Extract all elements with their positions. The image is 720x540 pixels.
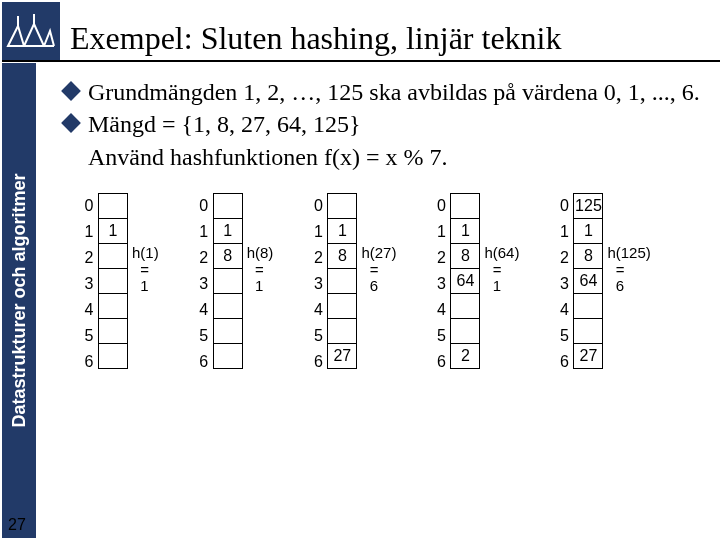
hash-annotation: h(27) = 6: [361, 193, 396, 295]
hash-cell: [450, 293, 480, 319]
hash-cell: [327, 293, 357, 319]
bullet-1: Grundmängden 1, 2, …, 125 ska avbildas p…: [60, 76, 710, 108]
hash-cell: [573, 318, 603, 344]
hash-tables: 01234561h(1) = 1012345618h(8) = 10123456…: [80, 193, 710, 375]
index-label: 6: [309, 349, 327, 375]
hash-cell: 8: [450, 243, 480, 269]
hash-cell: 2: [450, 343, 480, 369]
hash-table-4: 0123456125186427h(125) = 6: [555, 193, 650, 375]
hash-table-2: 01234561827h(27) = 6: [309, 193, 396, 375]
hash-cell: 64: [573, 268, 603, 294]
hash-cell: [573, 293, 603, 319]
hash-cell: 1: [327, 218, 357, 244]
hash-annotation: h(125) = 6: [607, 193, 650, 295]
slide-title: Exempel: Sluten hashing, linjär teknik: [70, 22, 561, 60]
index-label: 0: [555, 193, 573, 219]
hash-cell: [98, 293, 128, 319]
slide-number: 27: [8, 516, 26, 534]
index-label: 2: [555, 245, 573, 271]
index-label: 4: [432, 297, 450, 323]
index-label: 3: [309, 271, 327, 297]
index-label: 1: [432, 219, 450, 245]
index-label: 3: [80, 271, 98, 297]
index-label: 1: [555, 219, 573, 245]
index-label: 6: [432, 349, 450, 375]
hash-cell: 1: [98, 218, 128, 244]
index-label: 3: [432, 271, 450, 297]
hash-cell: [327, 193, 357, 219]
title-underline: [2, 60, 720, 62]
index-label: 5: [309, 323, 327, 349]
index-label: 4: [195, 297, 213, 323]
index-label: 2: [309, 245, 327, 271]
sidebar-label: Datastrukturer och algoritmer: [9, 173, 30, 427]
index-label: 3: [555, 271, 573, 297]
index-label: 5: [555, 323, 573, 349]
hash-cell: [213, 343, 243, 369]
hash-annotation: h(1) = 1: [132, 193, 159, 295]
hash-cell: 8: [573, 243, 603, 269]
index-label: 0: [432, 193, 450, 219]
index-label: 0: [309, 193, 327, 219]
index-label: 4: [80, 297, 98, 323]
index-label: 1: [195, 219, 213, 245]
hash-cell: [98, 318, 128, 344]
index-label: 4: [309, 297, 327, 323]
hash-cell: [98, 268, 128, 294]
hash-table-3: 012345618642h(64) = 1: [432, 193, 519, 375]
index-label: 1: [80, 219, 98, 245]
hash-cell: 8: [327, 243, 357, 269]
bullet-2-text: = {1, 8, 27, 64, 125}: [156, 111, 361, 137]
index-label: 5: [80, 323, 98, 349]
index-label: 5: [195, 323, 213, 349]
hash-cell: 27: [573, 343, 603, 369]
hash-cell: [98, 243, 128, 269]
hash-cell: 1: [213, 218, 243, 244]
index-label: 5: [432, 323, 450, 349]
hash-cell: [98, 343, 128, 369]
index-label: 6: [80, 349, 98, 375]
logo-icon: [2, 2, 60, 60]
bullet-icon: [61, 113, 81, 133]
bullet-icon: [61, 81, 81, 101]
bullet-1-text: 1, 2, …, 125 ska avbildas på värdena 0, …: [237, 79, 700, 105]
bullet-3: Använd hashfunktionen f(x) = x % 7.: [60, 141, 710, 173]
hash-annotation: h(8) = 1: [247, 193, 274, 295]
hash-cell: [327, 268, 357, 294]
hash-cell: [450, 318, 480, 344]
index-label: 0: [195, 193, 213, 219]
index-label: 2: [80, 245, 98, 271]
slide-content: Grundmängden 1, 2, …, 125 ska avbildas p…: [60, 76, 710, 375]
index-label: 2: [195, 245, 213, 271]
hash-cell: [213, 293, 243, 319]
hash-cell: 1: [450, 218, 480, 244]
sidebar: Datastrukturer och algoritmer: [2, 63, 36, 538]
hash-cell: [327, 318, 357, 344]
hash-table-1: 012345618h(8) = 1: [195, 193, 274, 375]
hash-cell: [98, 193, 128, 219]
hash-cell: [450, 193, 480, 219]
hash-cell: 27: [327, 343, 357, 369]
hash-cell: [213, 193, 243, 219]
hash-cell: 125: [573, 193, 603, 219]
index-label: 3: [195, 271, 213, 297]
hash-cell: [213, 318, 243, 344]
bullet-2: Mängd = {1, 8, 27, 64, 125}: [60, 108, 710, 140]
index-label: 0: [80, 193, 98, 219]
index-label: 2: [432, 245, 450, 271]
hash-cell: 8: [213, 243, 243, 269]
hash-cell: 64: [450, 268, 480, 294]
index-label: 1: [309, 219, 327, 245]
hash-table-0: 01234561h(1) = 1: [80, 193, 159, 375]
hash-cell: [213, 268, 243, 294]
hash-annotation: h(64) = 1: [484, 193, 519, 295]
index-label: 6: [555, 349, 573, 375]
index-label: 4: [555, 297, 573, 323]
hash-cell: 1: [573, 218, 603, 244]
index-label: 6: [195, 349, 213, 375]
